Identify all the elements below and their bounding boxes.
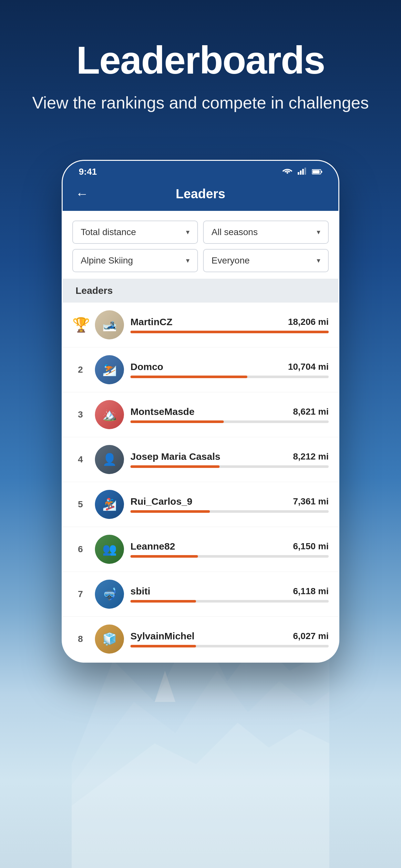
leader-distance: 8,212 mi bbox=[293, 452, 329, 462]
rank-number: 4 bbox=[72, 454, 89, 465]
rank-number: 8 bbox=[72, 634, 89, 644]
avatar: 🤿 bbox=[95, 580, 124, 609]
avatar: ⛷️ bbox=[95, 355, 124, 384]
hero-title: Leaderboards bbox=[26, 39, 375, 82]
progress-bar bbox=[130, 510, 329, 513]
hero-subtitle: View the rankings and compete in challen… bbox=[26, 91, 375, 115]
wifi-icon bbox=[282, 166, 292, 177]
avatar: 🏂 bbox=[95, 490, 124, 519]
progress-bar bbox=[130, 600, 329, 602]
leader-info: Leanne826,150 mi bbox=[130, 541, 329, 558]
avatar: 🎿 bbox=[95, 310, 124, 339]
group-value: Everyone bbox=[212, 255, 250, 266]
leader-info: SylvainMichel6,027 mi bbox=[130, 631, 329, 647]
metric-dropdown[interactable]: Total distance ▾ bbox=[72, 221, 198, 244]
leader-name: MartinCZ bbox=[130, 316, 173, 328]
leader-distance: 7,361 mi bbox=[293, 496, 329, 507]
progress-bar bbox=[130, 421, 329, 423]
phone-frame: 9:41 bbox=[62, 160, 339, 662]
chevron-down-icon: ▾ bbox=[186, 256, 189, 265]
progress-bar bbox=[130, 331, 329, 333]
filter-row-1: Total distance ▾ All seasons ▾ bbox=[72, 221, 329, 244]
progress-bar-fill bbox=[130, 331, 329, 333]
leader-distance: 10,704 mi bbox=[288, 362, 329, 372]
leader-info: Rui_Carlos_97,361 mi bbox=[130, 496, 329, 513]
chevron-down-icon: ▾ bbox=[317, 228, 320, 237]
nav-bar: ← Leaders bbox=[63, 180, 338, 211]
svg-rect-7 bbox=[300, 170, 302, 175]
progress-bar bbox=[130, 465, 329, 468]
signal-icon bbox=[298, 166, 307, 177]
leader-distance: 8,621 mi bbox=[293, 407, 329, 417]
leaders-header-text: Leaders bbox=[75, 285, 113, 296]
table-row[interactable]: 🏆🎿MartinCZ18,206 mi bbox=[63, 303, 338, 347]
leader-name: Rui_Carlos_9 bbox=[130, 496, 192, 507]
avatar: 🏔️ bbox=[95, 400, 124, 429]
leader-name: Josep Maria Casals bbox=[130, 451, 220, 462]
hero-section: Leaderboards View the rankings and compe… bbox=[0, 0, 401, 141]
nav-title: Leaders bbox=[95, 187, 306, 201]
leader-info: MartinCZ18,206 mi bbox=[130, 316, 329, 333]
leader-info: Josep Maria Casals8,212 mi bbox=[130, 451, 329, 468]
table-row[interactable]: 8🧊SylvainMichel6,027 mi bbox=[63, 617, 338, 662]
leader-name: MontseMasde bbox=[130, 406, 194, 417]
leader-name: Leanne82 bbox=[130, 541, 175, 552]
progress-bar bbox=[130, 645, 329, 647]
avatar: 👤 bbox=[95, 445, 124, 474]
avatar: 👥 bbox=[95, 535, 124, 564]
table-row[interactable]: 2⛷️Domco10,704 mi bbox=[63, 347, 338, 392]
leaderboard-list: 🏆🎿MartinCZ18,206 mi2⛷️Domco10,704 mi3🏔️M… bbox=[63, 303, 338, 662]
leader-name: Domco bbox=[130, 361, 163, 372]
group-dropdown[interactable]: Everyone ▾ bbox=[203, 249, 329, 272]
status-bar: 9:41 bbox=[63, 161, 338, 180]
rank-number: 3 bbox=[72, 409, 89, 420]
svg-rect-9 bbox=[305, 167, 306, 175]
rank-number: 7 bbox=[72, 589, 89, 599]
status-icons bbox=[282, 166, 322, 177]
table-row[interactable]: 6👥Leanne826,150 mi bbox=[63, 527, 338, 572]
trophy-icon: 🏆 bbox=[72, 316, 89, 333]
avatar: 🧊 bbox=[95, 624, 124, 654]
rank-number: 2 bbox=[72, 365, 89, 375]
leader-distance: 6,027 mi bbox=[293, 631, 329, 641]
progress-bar bbox=[130, 376, 329, 378]
progress-bar-fill bbox=[130, 555, 198, 558]
leader-info: MontseMasde8,621 mi bbox=[130, 406, 329, 423]
table-row[interactable]: 4👤Josep Maria Casals8,212 mi bbox=[63, 437, 338, 482]
rank-number: 6 bbox=[72, 544, 89, 554]
activity-value: Alpine Skiing bbox=[81, 255, 133, 266]
leaders-section-header: Leaders bbox=[63, 279, 338, 303]
progress-bar-fill bbox=[130, 645, 196, 647]
table-row[interactable]: 5🏂Rui_Carlos_97,361 mi bbox=[63, 482, 338, 527]
leader-name: SylvainMichel bbox=[130, 631, 194, 642]
svg-rect-11 bbox=[312, 170, 320, 174]
leader-distance: 18,206 mi bbox=[288, 317, 329, 327]
table-row[interactable]: 7🤿sbiti6,118 mi bbox=[63, 572, 338, 617]
phone-container: 9:41 bbox=[0, 160, 401, 662]
progress-bar bbox=[130, 555, 329, 558]
leader-distance: 6,118 mi bbox=[293, 586, 329, 596]
leader-distance: 6,150 mi bbox=[293, 541, 329, 552]
back-button[interactable]: ← bbox=[75, 187, 89, 201]
season-dropdown[interactable]: All seasons ▾ bbox=[203, 221, 329, 244]
svg-rect-12 bbox=[321, 171, 322, 173]
leader-info: Domco10,704 mi bbox=[130, 361, 329, 378]
filters-section: Total distance ▾ All seasons ▾ Alpine Sk… bbox=[63, 211, 338, 279]
metric-value: Total distance bbox=[81, 227, 136, 237]
progress-bar-fill bbox=[130, 600, 196, 602]
leader-info: sbiti6,118 mi bbox=[130, 586, 329, 602]
leader-name: sbiti bbox=[130, 586, 150, 597]
progress-bar-fill bbox=[130, 465, 220, 468]
table-row[interactable]: 3🏔️MontseMasde8,621 mi bbox=[63, 392, 338, 437]
svg-rect-8 bbox=[302, 169, 304, 175]
rank-number: 5 bbox=[72, 499, 89, 509]
progress-bar-fill bbox=[130, 376, 247, 378]
progress-bar-fill bbox=[130, 421, 224, 423]
status-time: 9:41 bbox=[79, 166, 97, 177]
chevron-down-icon: ▾ bbox=[186, 228, 189, 237]
filter-row-2: Alpine Skiing ▾ Everyone ▾ bbox=[72, 249, 329, 272]
chevron-down-icon: ▾ bbox=[317, 256, 320, 265]
season-value: All seasons bbox=[212, 227, 258, 237]
progress-bar-fill bbox=[130, 510, 210, 513]
activity-dropdown[interactable]: Alpine Skiing ▾ bbox=[72, 249, 198, 272]
